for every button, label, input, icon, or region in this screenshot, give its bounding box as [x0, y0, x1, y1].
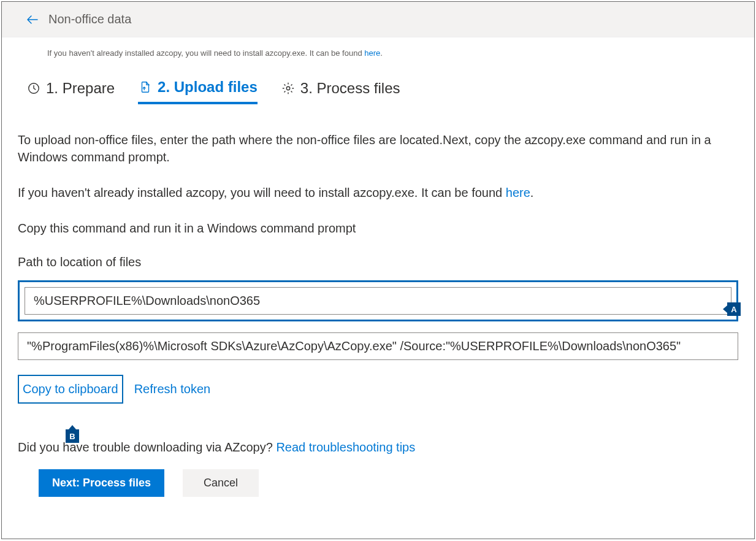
page-title: Non-office data	[48, 12, 131, 26]
instructions-para1: To upload non-office files, enter the pa…	[18, 131, 738, 166]
instructions-para2: If you haven't already installed azcopy,…	[18, 184, 738, 201]
clipboard-actions-row: Copy to clipboard Refresh token	[18, 375, 738, 404]
tab-upload-files[interactable]: 2. Upload files	[138, 79, 258, 104]
troubleshooting-link[interactable]: Read troubleshooting tips	[276, 440, 415, 454]
install-note-suffix: .	[380, 48, 383, 58]
next-process-files-button[interactable]: Next: Process files	[39, 469, 164, 497]
copy-command-label: Copy this command and run it in a Window…	[18, 220, 738, 237]
file-upload-icon	[138, 80, 153, 94]
instructions-para2-suffix: .	[530, 186, 534, 199]
tab-prepare[interactable]: 1. Prepare	[26, 79, 115, 104]
troubleshooting-text: Did you have trouble downloading via AZc…	[18, 440, 276, 454]
command-display[interactable]: "%ProgramFiles(x86)%\Microsoft SDKs\Azur…	[18, 332, 738, 360]
footer-buttons: Next: Process files Cancel	[18, 469, 738, 497]
tab-upload-label: 2. Upload files	[158, 79, 258, 96]
copy-to-clipboard-button[interactable]: Copy to clipboard	[23, 382, 118, 396]
tab-process-files[interactable]: 3. Process files	[281, 79, 400, 104]
troubleshooting-row: Did you have trouble downloading via AZc…	[18, 440, 738, 455]
back-arrow-icon[interactable]	[25, 12, 40, 27]
install-link[interactable]: here	[506, 186, 530, 199]
callout-marker-b: B	[66, 429, 79, 443]
cancel-button[interactable]: Cancel	[183, 469, 259, 497]
svg-point-1	[286, 86, 290, 90]
header-bar: Non-office data	[2, 2, 754, 37]
wizard-tabs: 1. Prepare 2. Upload files 3. Process fi…	[18, 79, 738, 104]
tab-prepare-label: 1. Prepare	[46, 80, 115, 97]
install-note-prefix: If you haven't already installed azcopy,…	[47, 48, 364, 58]
path-label: Path to location of files	[18, 255, 738, 269]
gear-icon	[281, 81, 296, 96]
clock-icon	[26, 81, 41, 96]
instructions-para2-prefix: If you haven't already installed azcopy,…	[18, 186, 506, 199]
install-note-link[interactable]: here	[364, 48, 380, 58]
path-input-highlight	[18, 280, 738, 321]
path-input[interactable]	[25, 287, 731, 315]
callout-marker-a: A	[727, 302, 741, 316]
copy-button-highlight: Copy to clipboard	[18, 375, 123, 404]
install-note-top: If you haven't already installed azcopy,…	[18, 48, 738, 58]
refresh-token-button[interactable]: Refresh token	[134, 382, 211, 396]
tab-process-label: 3. Process files	[300, 80, 400, 97]
